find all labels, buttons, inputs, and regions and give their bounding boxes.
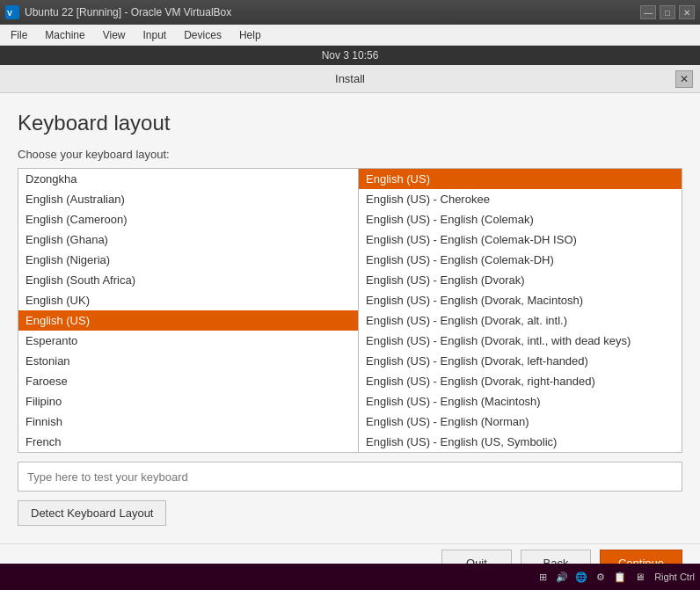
right-list-item[interactable]: English (US) - Cherokee <box>359 189 682 209</box>
menubar: FileMachineViewInputDevicesHelp <box>0 25 700 46</box>
datetime-display: Nov 3 10:56 <box>322 49 379 62</box>
tray-icon-3: 🌐 <box>573 569 589 585</box>
left-list-item[interactable]: Esperanto <box>18 331 358 351</box>
right-ctrl-label: Right Ctrl <box>654 572 695 582</box>
dialog-title: Install <box>335 72 365 85</box>
dialog-close-button[interactable]: ✕ <box>675 70 693 88</box>
detect-keyboard-button[interactable]: Detect Keyboard Layout <box>18 500 166 526</box>
left-list-item[interactable]: English (South Africa) <box>18 270 358 290</box>
left-list-item[interactable]: Filipino <box>18 391 358 412</box>
dialog-content: Keyboard layout Choose your keyboard lay… <box>0 93 700 543</box>
menu-item-machine[interactable]: Machine <box>38 27 91 43</box>
right-list-item[interactable]: English (US) <box>359 169 682 189</box>
right-list[interactable]: English (US)English (US) - CherokeeEngli… <box>359 168 682 453</box>
right-list-item[interactable]: English (US) - English (Dvorak, Macintos… <box>359 290 682 310</box>
menu-item-view[interactable]: View <box>96 27 133 43</box>
choose-label: Choose your keyboard layout: <box>18 148 682 161</box>
system-tray: ⊞ 🔊 🌐 ⚙ 📋 🖥 Right Ctrl <box>0 564 700 590</box>
page-heading: Keyboard layout <box>18 111 682 135</box>
tray-icon-6: 🖥 <box>631 569 647 585</box>
dialog-footer: Quit Back Continue <box>0 543 700 564</box>
left-list-item[interactable]: Faroese <box>18 371 358 391</box>
right-list-item[interactable]: English (US) - English (US, Symbolic) <box>359 432 682 452</box>
left-list-item[interactable]: English (Nigeria) <box>18 250 358 270</box>
install-dialog: Install ✕ Keyboard layout Choose your ke… <box>0 65 700 564</box>
minimize-button[interactable]: — <box>640 5 656 19</box>
right-list-item[interactable]: English (US) - English (Dvorak, left-han… <box>359 351 682 371</box>
vm-area: Install ✕ Keyboard layout Choose your ke… <box>0 65 700 564</box>
right-list-item[interactable]: English (US) - English (Dvorak, right-ha… <box>359 371 682 391</box>
right-list-item[interactable]: English (US) - English (Colemak) <box>359 209 682 229</box>
left-list-item[interactable]: Dzongkha <box>18 169 358 189</box>
right-list-item[interactable]: English (US) - English (Colemak-DH) <box>359 250 682 270</box>
right-list-item[interactable]: English (US) - English (Dvorak, alt. int… <box>359 310 682 331</box>
dialog-titlebar: Install ✕ <box>0 65 700 93</box>
window-title: Ubuntu 22 [Running] - Oracle VM VirtualB… <box>25 6 635 18</box>
left-list[interactable]: DzongkhaEnglish (Australian)English (Cam… <box>18 168 359 453</box>
menu-item-devices[interactable]: Devices <box>177 27 229 43</box>
vbox-icon: V <box>5 5 19 19</box>
left-list-item[interactable]: French <box>18 432 358 452</box>
statusbar: Nov 3 10:56 <box>0 46 700 65</box>
layout-lists: DzongkhaEnglish (Australian)English (Cam… <box>18 168 682 453</box>
right-list-item[interactable]: English (US) - English (Norman) <box>359 412 682 432</box>
quit-button[interactable]: Quit <box>441 550 512 564</box>
continue-button[interactable]: Continue <box>600 550 682 564</box>
left-list-item[interactable]: Finnish <box>18 412 358 432</box>
window-controls: — □ ✕ <box>640 5 695 19</box>
keyboard-test-input[interactable] <box>18 462 682 492</box>
left-list-item[interactable]: English (Australian) <box>18 189 358 209</box>
right-list-item[interactable]: English (US) - English (Dvorak) <box>359 270 682 290</box>
tray-icon-5: 📋 <box>612 569 628 585</box>
tray-icon-2: 🔊 <box>554 569 570 585</box>
left-list-item[interactable]: English (US) <box>18 310 358 331</box>
right-list-item[interactable]: English (US) - English (Dvorak, intl., w… <box>359 331 682 351</box>
menu-item-file[interactable]: File <box>4 27 34 43</box>
tray-icon-1: ⊞ <box>535 569 551 585</box>
left-list-item[interactable]: English (UK) <box>18 290 358 310</box>
right-list-item[interactable]: English (US) - English (Colemak-DH ISO) <box>359 229 682 250</box>
right-list-item[interactable]: English (US) - English (Macintosh) <box>359 391 682 412</box>
left-list-item[interactable]: English (Ghana) <box>18 229 358 250</box>
close-window-button[interactable]: ✕ <box>679 5 695 19</box>
menu-item-help[interactable]: Help <box>232 27 268 43</box>
left-list-item[interactable]: Estonian <box>18 351 358 371</box>
back-button[interactable]: Back <box>521 550 591 564</box>
menu-item-input[interactable]: Input <box>136 27 174 43</box>
svg-text:V: V <box>7 9 12 18</box>
left-list-item[interactable]: English (Cameroon) <box>18 209 358 229</box>
maximize-button[interactable]: □ <box>660 5 675 19</box>
titlebar: V Ubuntu 22 [Running] - Oracle VM Virtua… <box>0 0 700 25</box>
tray-icon-4: ⚙ <box>593 569 609 585</box>
